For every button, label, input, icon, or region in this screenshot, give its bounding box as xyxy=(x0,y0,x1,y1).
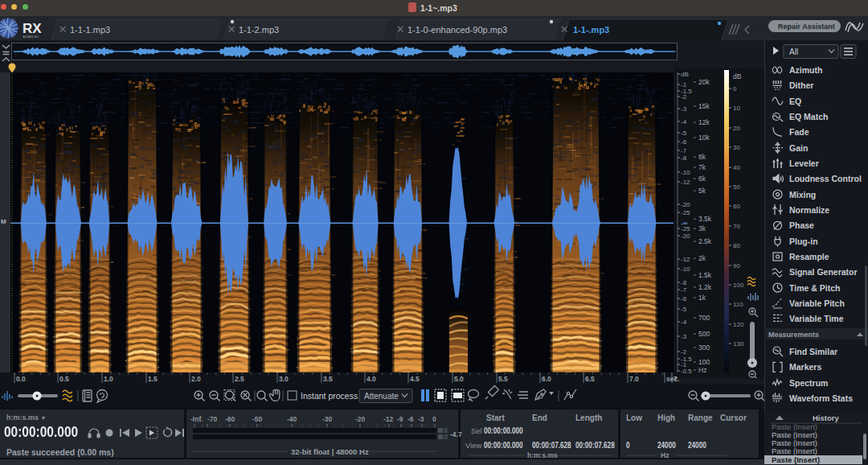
svg-text:1.0: 1.0 xyxy=(104,375,113,383)
svg-text:-8: -8 xyxy=(681,279,687,286)
svg-text:-3: -3 xyxy=(681,333,687,340)
svg-text:-2: -2 xyxy=(681,348,687,356)
svg-text:12k: 12k xyxy=(698,118,710,126)
svg-text:Mixing: Mixing xyxy=(789,190,816,200)
svg-text:EQ Match: EQ Match xyxy=(789,112,828,121)
svg-text:-6: -6 xyxy=(681,295,687,302)
svg-text:24000: 24000 xyxy=(688,441,706,450)
svg-text:Spectrum: Spectrum xyxy=(789,378,828,388)
svg-text:h:m:s.ms: h:m:s.ms xyxy=(527,451,558,459)
svg-text:All: All xyxy=(789,47,798,56)
svg-text:-7: -7 xyxy=(681,286,687,294)
svg-text:1.5k: 1.5k xyxy=(698,271,712,279)
svg-text:0.5: 0.5 xyxy=(59,375,69,383)
svg-text:15k: 15k xyxy=(698,102,710,110)
svg-text:-0.5: -0.5 xyxy=(681,368,692,375)
svg-text:Fade: Fade xyxy=(789,127,809,137)
svg-text:00:00:00.000: 00:00:00.000 xyxy=(484,426,523,435)
svg-text:100: 100 xyxy=(698,358,710,366)
svg-text:3.5: 3.5 xyxy=(323,375,333,383)
svg-text:5.0: 5.0 xyxy=(454,375,464,383)
svg-text:7.0: 7.0 xyxy=(629,375,639,383)
svg-text:6.5: 6.5 xyxy=(585,375,595,383)
svg-text:1.2k: 1.2k xyxy=(698,283,712,291)
svg-text:Range: Range xyxy=(688,414,713,422)
svg-text:-4: -4 xyxy=(681,118,687,126)
svg-text:3k: 3k xyxy=(698,224,706,232)
svg-text:2.5: 2.5 xyxy=(235,375,244,383)
svg-text:300: 300 xyxy=(698,344,710,352)
svg-text:5.5: 5.5 xyxy=(498,375,508,383)
svg-text:View: View xyxy=(465,441,482,450)
svg-text:Gain: Gain xyxy=(789,143,808,153)
svg-text:-8: -8 xyxy=(681,154,687,162)
svg-text:3.0: 3.0 xyxy=(279,375,289,383)
svg-text:History: History xyxy=(813,414,839,422)
svg-text:1-1-2.mp3: 1-1-2.mp3 xyxy=(239,25,279,35)
svg-text:-4: -4 xyxy=(681,319,687,326)
svg-text:Loudness Control: Loudness Control xyxy=(789,174,862,183)
svg-text:1.5: 1.5 xyxy=(148,375,158,383)
svg-text:50: 50 xyxy=(733,183,740,191)
svg-text:5k: 5k xyxy=(698,187,706,195)
svg-text:End: End xyxy=(532,414,547,422)
svg-text:sec: sec xyxy=(666,375,678,383)
svg-text:0.0: 0.0 xyxy=(16,375,26,383)
svg-text:Attenuate: Attenuate xyxy=(364,392,399,401)
svg-text:-12: -12 xyxy=(681,179,690,186)
svg-text:4.0: 4.0 xyxy=(366,375,376,383)
svg-text:2.0: 2.0 xyxy=(191,375,201,383)
svg-text:-5: -5 xyxy=(681,130,687,137)
svg-text:Sel: Sel xyxy=(471,426,482,435)
svg-text:Cursor: Cursor xyxy=(720,414,747,422)
svg-text:120: 120 xyxy=(733,321,744,328)
svg-text:00:00:07.628: 00:00:07.628 xyxy=(575,441,615,450)
svg-text:700: 700 xyxy=(698,314,710,322)
svg-text:Paste (Insert): Paste (Insert) xyxy=(772,455,820,464)
svg-text:Hz: Hz xyxy=(698,366,706,374)
svg-text:Resample: Resample xyxy=(789,252,829,261)
svg-text:Instant process: Instant process xyxy=(301,391,358,401)
svg-text:Low: Low xyxy=(626,414,642,422)
svg-text:Signal Generator: Signal Generator xyxy=(789,267,858,277)
svg-text:dB: dB xyxy=(733,72,742,80)
svg-text:10k: 10k xyxy=(698,134,710,142)
svg-text:00:00:00.000: 00:00:00.000 xyxy=(484,441,523,450)
svg-text:20: 20 xyxy=(733,125,740,132)
svg-text:Markers: Markers xyxy=(789,362,821,372)
svg-text:Measurements: Measurements xyxy=(768,331,819,339)
svg-text:Paste (Insert): Paste (Insert) xyxy=(772,446,817,455)
svg-text:-5: -5 xyxy=(681,306,687,313)
svg-text:3.5k: 3.5k xyxy=(698,215,712,223)
svg-text:Plug-in: Plug-in xyxy=(789,237,818,246)
svg-text:Variable Pitch: Variable Pitch xyxy=(789,298,845,308)
svg-text:-10: -10 xyxy=(681,265,690,273)
svg-text:6.0: 6.0 xyxy=(542,375,551,383)
svg-text:1-1-.mp3: 1-1-.mp3 xyxy=(573,25,609,35)
svg-text:-20: -20 xyxy=(681,232,690,240)
svg-text:8k: 8k xyxy=(698,153,706,161)
svg-text:Hz: Hz xyxy=(661,451,669,459)
svg-text:Length: Length xyxy=(575,414,602,422)
svg-text:Waveform Stats: Waveform Stats xyxy=(789,393,853,403)
svg-text:80: 80 xyxy=(733,242,740,249)
svg-text:1k: 1k xyxy=(698,294,706,302)
svg-text:60: 60 xyxy=(733,203,740,210)
svg-text:0: 0 xyxy=(626,441,630,450)
svg-text:-2: -2 xyxy=(681,93,687,101)
svg-text:-12: -12 xyxy=(681,256,690,263)
svg-text:24000: 24000 xyxy=(657,441,676,450)
svg-text:-6: -6 xyxy=(681,138,687,146)
svg-text:30: 30 xyxy=(733,144,740,151)
svg-text:00:00:07.628: 00:00:07.628 xyxy=(532,441,571,450)
svg-text:-25: -25 xyxy=(681,209,690,216)
svg-text:dB: dB xyxy=(681,71,689,78)
svg-text:100: 100 xyxy=(733,282,744,289)
svg-text:Phase: Phase xyxy=(789,220,814,230)
svg-text:1-1-0-enhanced-90p.mp3: 1-1-0-enhanced-90p.mp3 xyxy=(407,25,507,35)
svg-text:4.5: 4.5 xyxy=(410,375,420,383)
svg-text:40: 40 xyxy=(733,164,740,171)
svg-text:Time & Pitch: Time & Pitch xyxy=(789,283,840,293)
svg-text:10: 10 xyxy=(733,105,740,112)
svg-text:Leveler: Leveler xyxy=(789,158,819,168)
